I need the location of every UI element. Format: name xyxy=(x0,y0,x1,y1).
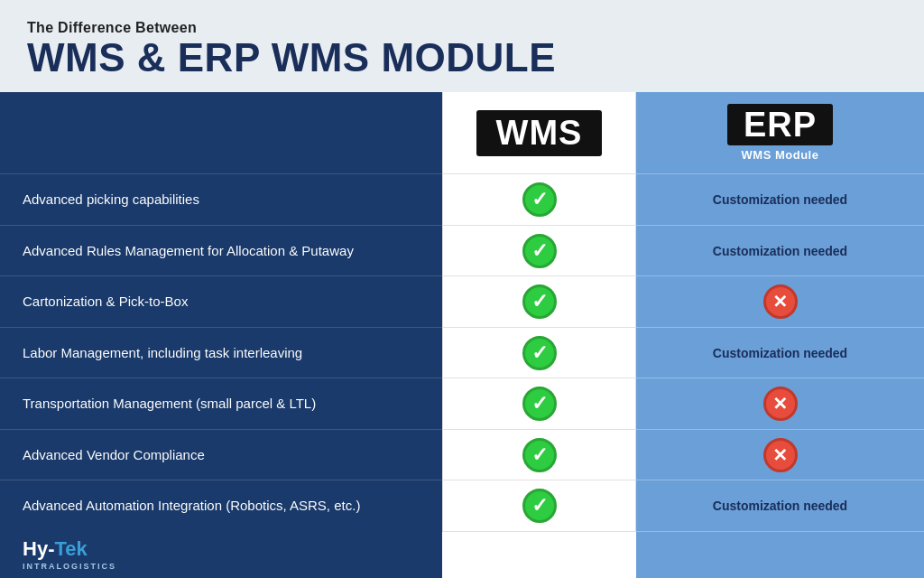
customization-text: Customization needed xyxy=(704,498,856,514)
erp-logo-cell xyxy=(636,531,924,578)
wms-cell xyxy=(443,275,635,327)
page-wrapper: The Difference Between WMS & ERP WMS MOD… xyxy=(0,0,924,578)
customization-text: Customization needed xyxy=(704,243,856,259)
header-subtitle: The Difference Between xyxy=(27,20,897,36)
erp-sublabel: WMS Module xyxy=(742,148,819,162)
feature-row: Transportation Management (small parcel … xyxy=(0,378,442,429)
feature-label: Advanced Vendor Compliance xyxy=(23,446,205,464)
feature-row: Advanced picking capabilities xyxy=(0,173,442,225)
customization-text: Customization needed xyxy=(704,345,856,361)
check-icon xyxy=(522,234,557,268)
header: The Difference Between WMS & ERP WMS MOD… xyxy=(0,0,924,92)
wms-column: WMS xyxy=(442,92,636,531)
erp-header: ERP WMS Module xyxy=(636,92,924,173)
wms-cell xyxy=(443,480,635,531)
erp-cell: Customization needed xyxy=(636,173,924,225)
feature-label: Advanced Rules Management for Allocation… xyxy=(23,242,354,260)
erp-cell: Customization needed xyxy=(636,480,924,531)
wms-badge: WMS xyxy=(476,110,603,156)
check-icon xyxy=(522,336,557,370)
erp-cell: Customization needed xyxy=(636,225,924,276)
wms-logo-cell xyxy=(442,531,636,578)
erp-header-inner: ERP WMS Module xyxy=(727,104,833,162)
erp-cell xyxy=(636,378,924,429)
feature-row: Labor Management, including task interle… xyxy=(0,327,442,378)
erp-column: ERP WMS Module Customization neededCusto… xyxy=(636,92,924,531)
erp-badge: ERP xyxy=(727,104,833,145)
feature-label: Advanced Automation Integration (Robotic… xyxy=(23,497,360,515)
feature-label: Labor Management, including task interle… xyxy=(23,344,302,362)
logo-tek: Tek xyxy=(54,537,87,561)
wms-cell xyxy=(443,327,635,378)
erp-column-wrapper: ERP WMS Module Customization neededCusto… xyxy=(636,92,924,531)
erp-cell xyxy=(636,275,924,327)
check-icon xyxy=(522,387,557,421)
erp-cell: Customization needed xyxy=(636,327,924,378)
wms-cell xyxy=(443,225,635,276)
wms-header: WMS xyxy=(443,92,635,173)
customization-text: Customization needed xyxy=(704,191,856,208)
logo-sub: INTRALOGISTICS xyxy=(23,562,116,571)
feature-row: Advanced Rules Management for Allocation… xyxy=(0,225,442,276)
bottom-row: Hy - Tek INTRALOGISTICS xyxy=(0,531,924,578)
x-icon xyxy=(763,438,798,472)
check-icon xyxy=(522,489,557,523)
logo-top: Hy - Tek xyxy=(23,537,116,561)
feature-row: Cartonization & Pick-to-Box xyxy=(0,275,442,327)
wms-cell xyxy=(443,378,635,429)
x-icon xyxy=(763,387,798,421)
wms-cell xyxy=(443,173,635,225)
erp-cell xyxy=(636,429,924,480)
feature-col-header xyxy=(0,92,442,173)
logo-dash: - xyxy=(48,537,54,561)
check-icon xyxy=(522,438,557,472)
feature-row: Advanced Vendor Compliance xyxy=(0,429,442,480)
check-icon xyxy=(522,284,557,319)
wms-cell xyxy=(443,429,635,480)
check-icon xyxy=(522,182,557,217)
feature-column: Advanced picking capabilitiesAdvanced Ru… xyxy=(0,92,442,531)
feature-label: Advanced picking capabilities xyxy=(23,191,199,209)
feature-label: Transportation Management (small parcel … xyxy=(23,395,316,413)
header-title: WMS & ERP WMS MODULE xyxy=(27,36,897,79)
logo-hy: Hy xyxy=(23,537,48,561)
logo-area: Hy - Tek INTRALOGISTICS xyxy=(0,531,442,578)
feature-row: Advanced Automation Integration (Robotic… xyxy=(0,480,442,531)
x-icon xyxy=(763,284,798,319)
main-content: Advanced picking capabilitiesAdvanced Ru… xyxy=(0,92,924,531)
logo: Hy - Tek INTRALOGISTICS xyxy=(23,537,116,571)
feature-label: Cartonization & Pick-to-Box xyxy=(23,293,188,311)
